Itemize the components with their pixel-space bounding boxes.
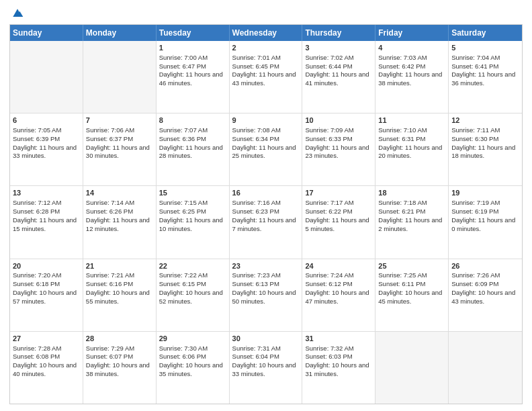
sunrise-text: Sunrise: 7:25 AM <box>378 271 427 279</box>
day-number: 30 <box>232 334 300 344</box>
calendar: SundayMondayTuesdayWednesdayThursdayFrid… <box>9 24 523 404</box>
daylight-text: Daylight: 11 hours and 2 minutes. <box>378 216 442 232</box>
cal-cell: 14Sunrise: 7:14 AMSunset: 6:26 PMDayligh… <box>83 186 157 258</box>
sunrise-text: Sunrise: 7:11 AM <box>451 126 500 134</box>
day-number: 7 <box>86 116 153 126</box>
sunset-text: Sunset: 6:08 PM <box>13 353 60 360</box>
daylight-text: Daylight: 10 hours and 47 minutes. <box>305 289 369 305</box>
header-day-wednesday: Wednesday <box>230 25 303 41</box>
sunrise-text: Sunrise: 7:00 AM <box>159 54 208 61</box>
header-day-saturday: Saturday <box>449 25 522 41</box>
calendar-header: SundayMondayTuesdayWednesdayThursdayFrid… <box>10 25 522 41</box>
cal-cell <box>10 41 83 113</box>
daylight-text: Daylight: 11 hours and 20 minutes. <box>378 144 442 160</box>
daylight-text: Daylight: 11 hours and 18 minutes. <box>451 144 515 160</box>
daylight-text: Daylight: 11 hours and 0 minutes. <box>451 216 515 232</box>
sunrise-text: Sunrise: 7:12 AM <box>13 199 61 206</box>
sunrise-text: Sunrise: 7:21 AM <box>86 271 134 279</box>
sunrise-text: Sunrise: 7:14 AM <box>86 199 134 206</box>
sunrise-text: Sunrise: 7:03 AM <box>378 54 427 61</box>
sunset-text: Sunset: 6:11 PM <box>378 280 425 287</box>
cal-cell: 20Sunrise: 7:20 AMSunset: 6:18 PMDayligh… <box>10 259 83 331</box>
cal-cell: 26Sunrise: 7:26 AMSunset: 6:09 PMDayligh… <box>449 259 522 331</box>
header-day-thursday: Thursday <box>302 25 375 41</box>
cal-cell: 3Sunrise: 7:02 AMSunset: 6:44 PMDaylight… <box>302 41 375 113</box>
sunset-text: Sunset: 6:16 PM <box>86 280 133 287</box>
week-row-1: 1Sunrise: 7:00 AMSunset: 6:47 PMDaylight… <box>10 41 522 113</box>
daylight-text: Daylight: 10 hours and 35 minutes. <box>159 361 223 377</box>
daylight-text: Daylight: 10 hours and 33 minutes. <box>232 361 296 377</box>
sunrise-text: Sunrise: 7:30 AM <box>159 345 208 352</box>
daylight-text: Daylight: 11 hours and 12 minutes. <box>86 216 150 232</box>
cal-cell: 13Sunrise: 7:12 AMSunset: 6:28 PMDayligh… <box>10 186 83 258</box>
day-number: 8 <box>159 116 226 126</box>
day-number: 11 <box>378 116 445 126</box>
sunrise-text: Sunrise: 7:23 AM <box>232 271 281 279</box>
sunset-text: Sunset: 6:26 PM <box>86 208 133 215</box>
sunset-text: Sunset: 6:37 PM <box>86 135 133 142</box>
cal-cell: 12Sunrise: 7:11 AMSunset: 6:30 PMDayligh… <box>449 113 522 185</box>
sunrise-text: Sunrise: 7:02 AM <box>305 54 353 61</box>
day-number: 9 <box>232 116 300 126</box>
sunrise-text: Sunrise: 7:07 AM <box>159 126 208 134</box>
cal-cell: 2Sunrise: 7:01 AMSunset: 6:45 PMDaylight… <box>230 41 303 113</box>
day-number: 17 <box>305 188 372 198</box>
sunrise-text: Sunrise: 7:20 AM <box>13 271 61 279</box>
daylight-text: Daylight: 10 hours and 52 minutes. <box>159 289 223 305</box>
sunrise-text: Sunrise: 7:05 AM <box>13 126 61 134</box>
daylight-text: Daylight: 11 hours and 46 minutes. <box>159 71 223 87</box>
sunrise-text: Sunrise: 7:22 AM <box>159 271 208 279</box>
sunset-text: Sunset: 6:09 PM <box>451 280 498 287</box>
daylight-text: Daylight: 10 hours and 57 minutes. <box>13 289 77 305</box>
day-number: 31 <box>305 334 372 344</box>
sunset-text: Sunset: 6:22 PM <box>305 208 352 215</box>
sunset-text: Sunset: 6:04 PM <box>232 353 279 360</box>
sunset-text: Sunset: 6:34 PM <box>232 135 279 142</box>
sunrise-text: Sunrise: 7:32 AM <box>305 345 353 352</box>
day-number: 26 <box>451 261 519 271</box>
cal-cell: 11Sunrise: 7:10 AMSunset: 6:31 PMDayligh… <box>375 113 449 185</box>
day-number: 1 <box>159 43 226 53</box>
daylight-text: Daylight: 10 hours and 55 minutes. <box>86 289 150 305</box>
day-number: 28 <box>86 334 153 344</box>
daylight-text: Daylight: 11 hours and 33 minutes. <box>13 144 77 160</box>
daylight-text: Daylight: 11 hours and 38 minutes. <box>378 71 442 87</box>
cal-cell: 25Sunrise: 7:25 AMSunset: 6:11 PMDayligh… <box>375 259 449 331</box>
day-number: 14 <box>86 188 153 198</box>
daylight-text: Daylight: 11 hours and 28 minutes. <box>159 144 223 160</box>
sunset-text: Sunset: 6:13 PM <box>232 280 279 287</box>
sunrise-text: Sunrise: 7:31 AM <box>232 345 281 352</box>
daylight-text: Daylight: 10 hours and 38 minutes. <box>86 361 150 377</box>
daylight-text: Daylight: 10 hours and 31 minutes. <box>305 361 369 377</box>
sunset-text: Sunset: 6:42 PM <box>378 62 425 70</box>
sunrise-text: Sunrise: 7:16 AM <box>232 199 281 206</box>
cal-cell: 21Sunrise: 7:21 AMSunset: 6:16 PMDayligh… <box>83 259 157 331</box>
cal-cell <box>375 332 449 404</box>
day-number: 16 <box>232 188 300 198</box>
day-number: 25 <box>378 261 445 271</box>
cal-cell <box>449 332 522 404</box>
sunrise-text: Sunrise: 7:08 AM <box>232 126 281 134</box>
week-row-5: 27Sunrise: 7:28 AMSunset: 6:08 PMDayligh… <box>10 331 522 404</box>
cal-cell: 23Sunrise: 7:23 AMSunset: 6:13 PMDayligh… <box>230 259 303 331</box>
day-number: 4 <box>378 43 445 53</box>
daylight-text: Daylight: 11 hours and 7 minutes. <box>232 216 296 232</box>
cal-cell: 31Sunrise: 7:32 AMSunset: 6:03 PMDayligh… <box>302 332 375 404</box>
page: SundayMondayTuesdayWednesdayThursdayFrid… <box>0 0 532 411</box>
daylight-text: Daylight: 11 hours and 5 minutes. <box>305 216 369 232</box>
cal-cell: 15Sunrise: 7:15 AMSunset: 6:25 PMDayligh… <box>157 186 230 258</box>
day-number: 6 <box>13 116 80 126</box>
sunset-text: Sunset: 6:25 PM <box>159 208 206 215</box>
logo-text <box>9 7 24 20</box>
header-day-monday: Monday <box>83 25 157 41</box>
sunset-text: Sunset: 6:28 PM <box>13 208 60 215</box>
sunrise-text: Sunrise: 7:06 AM <box>86 126 134 134</box>
cal-cell: 9Sunrise: 7:08 AMSunset: 6:34 PMDaylight… <box>230 113 303 185</box>
daylight-text: Daylight: 11 hours and 25 minutes. <box>232 144 296 160</box>
sunset-text: Sunset: 6:30 PM <box>451 135 498 142</box>
day-number: 22 <box>159 261 226 271</box>
daylight-text: Daylight: 11 hours and 15 minutes. <box>13 216 77 232</box>
cal-cell: 1Sunrise: 7:00 AMSunset: 6:47 PMDaylight… <box>157 41 230 113</box>
day-number: 23 <box>232 261 300 271</box>
cal-cell: 24Sunrise: 7:24 AMSunset: 6:12 PMDayligh… <box>302 259 375 331</box>
